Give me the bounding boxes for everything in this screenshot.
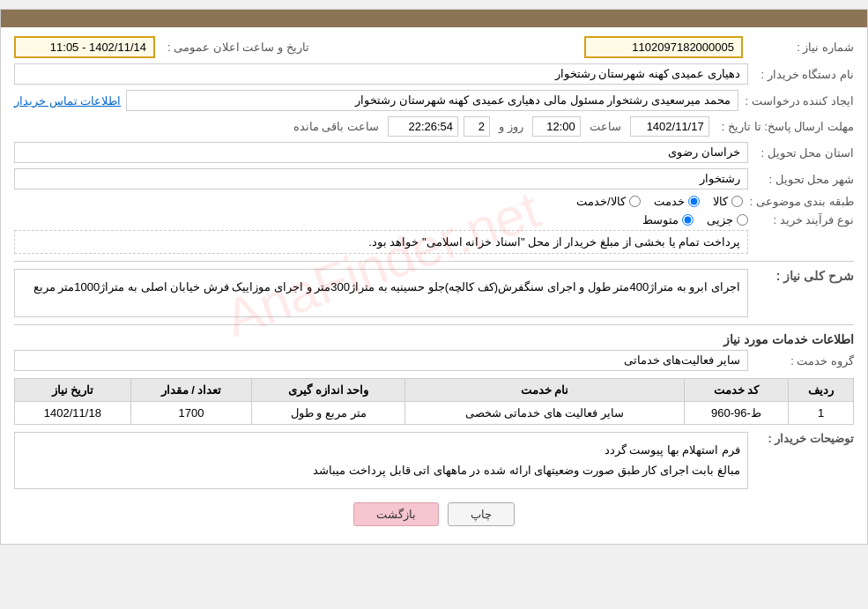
mohlat-date: 1402/11/17 (630, 116, 709, 137)
radio-kala-khedmat[interactable]: کالا/خدمت (576, 195, 641, 208)
ijad-konande-value: محمد میرسعیدی رشتخوار مسئول مالی دهیاری … (126, 90, 738, 111)
print-button[interactable]: چاپ (448, 502, 515, 526)
mohlat-saat-label: ساعت (590, 120, 621, 133)
radio-jozvi-label: جزیی (707, 213, 733, 227)
table-cell: سایر فعالیت های خدماتی شخصی (405, 402, 685, 425)
shahr-value: رشتخوار (14, 168, 748, 189)
khadamat-title: اطلاعات خدمات مورد نیاز (14, 332, 854, 346)
table-cell: متر مربع و طول (252, 402, 405, 425)
col-radif: ردیف (789, 379, 854, 402)
table-cell: ط-96-960 (684, 402, 788, 425)
nam-dastgah-value: دهیاری عمیدی کهنه شهرستان رشتخوار (14, 63, 748, 85)
col-tarikh: تاریخ نیاز (15, 379, 131, 402)
sharh-value: اجرای ابرو به متراژ400متر طول و اجرای سن… (14, 269, 748, 317)
nooe-notice: پرداخت تمام یا بخشی از مبلغ خریدار از مح… (14, 230, 748, 254)
goroh-label: گروه خدمت : (748, 354, 854, 368)
radio-motovaset[interactable]: متوسط (642, 213, 694, 227)
shomara-niaz-value: 1102097182000005 (584, 36, 743, 58)
radio-kala-input[interactable] (731, 196, 743, 207)
radio-khedmat[interactable]: خدمت (654, 195, 700, 208)
buttons-row: چاپ بازگشت (14, 502, 854, 526)
radio-kala-label: کالا (713, 195, 728, 208)
radio-motovaset-input[interactable] (682, 214, 694, 226)
ostan-label: استان محل تحویل : (748, 146, 854, 160)
shahr-label: شهر محل تحویل : (748, 173, 854, 186)
col-nam: نام خدمت (405, 379, 685, 402)
tozihat-value: فرم استهلام بها پیوست گردد مبالغ بابت اج… (14, 432, 748, 489)
radio-kala-khedmat-input[interactable] (629, 196, 641, 207)
radio-jozvi[interactable]: جزیی (707, 213, 748, 227)
tabe-label: طبقه بندی موضوعی : (743, 195, 854, 208)
col-kod: کد خدمت (684, 379, 788, 402)
mohlat-mande: 22:26:54 (388, 116, 458, 137)
page-title (1, 10, 867, 27)
table-cell: 1402/11/18 (15, 402, 131, 425)
ostan-value: خراسان رضوی (14, 142, 748, 163)
table-cell: 1 (789, 402, 854, 425)
shomara-niaz-label: شماره نیاز : (748, 41, 854, 54)
radio-motovaset-label: متوسط (642, 213, 679, 227)
radio-khedmat-input[interactable] (688, 196, 700, 207)
tozihat-label: توضیحات خریدار : (748, 432, 854, 445)
mohlat-mande-label: ساعت باقی مانده (293, 120, 379, 133)
mohlat-rooz: 2 (464, 116, 490, 137)
mohlat-rooz-label: روز و (499, 120, 523, 133)
tarikh-label: تاریخ و ساعت اعلان عمومی : (160, 41, 309, 54)
col-tedad: تعداد / مقدار (130, 379, 252, 402)
nam-dastgah-label: نام دستگاه خریدار : (748, 68, 854, 81)
goroh-value: سایر فعالیت‌های خدماتی (14, 350, 748, 371)
ijad-konande-label: ایجاد کننده درخواست : (738, 94, 854, 108)
nooe-farayand-label: نوع فرآیند خرید : (748, 213, 854, 227)
ettelaat-tamas-link[interactable]: اطلاعات تماس خریدار (14, 94, 121, 108)
sharh-label: شرح کلی نیاز : (748, 269, 854, 283)
table-cell: 1700 (130, 402, 252, 425)
tozihat-line1: فرم استهلام بها پیوست گردد (22, 440, 740, 460)
tarikh-value: 1402/11/14 - 11:05 (14, 36, 155, 58)
services-table: ردیف کد خدمت نام خدمت واحد اندازه گیری ت… (14, 378, 854, 425)
radio-jozvi-input[interactable] (737, 214, 748, 226)
radio-kala[interactable]: کالا (713, 195, 743, 208)
mohlat-label: مهلت ارسال پاسخ: تا تاریخ : (715, 120, 854, 133)
table-row: 1ط-96-960سایر فعالیت های خدماتی شخصیمتر … (15, 402, 854, 425)
tozihat-line2: مبالغ بابت اجرای کار طبق صورت وضعیتهای ا… (22, 460, 740, 480)
radio-khedmat-label: خدمت (654, 195, 685, 208)
col-vahed: واحد اندازه گیری (252, 379, 405, 402)
back-button[interactable]: بازگشت (353, 502, 439, 526)
radio-kala-khedmat-label: کالا/خدمت (576, 195, 626, 208)
mohlat-saat: 12:00 (532, 116, 581, 137)
